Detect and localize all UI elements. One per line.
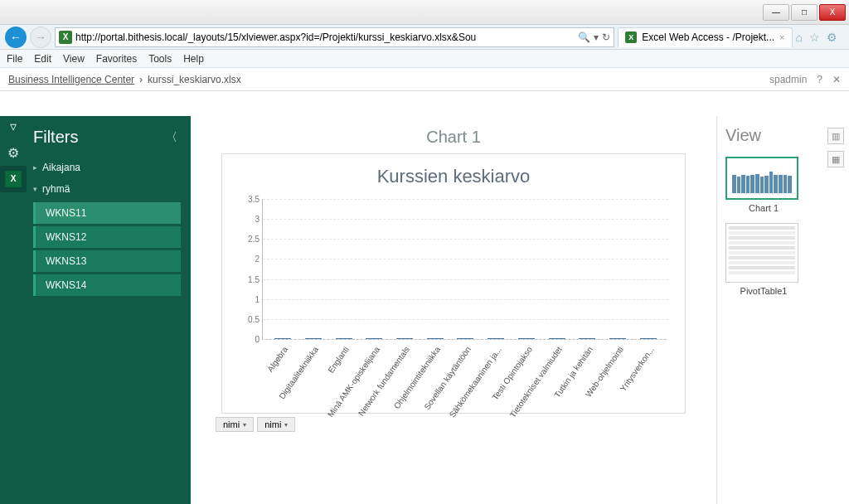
- filter-item-wkns12[interactable]: WKNS12: [33, 226, 181, 248]
- browser-nav-row: ← → X 🔍 ▾ ↻ X Excel Web Access - /Projek…: [0, 25, 849, 50]
- y-tick: 2.5: [240, 235, 260, 244]
- y-tick: 3.5: [240, 195, 260, 204]
- filters-pane: ▿ ⚙ X Filters 〈 Aikajana ryhmä WKNS11 WK…: [0, 116, 191, 504]
- filter-group-label: Aikajana: [42, 162, 80, 173]
- browser-tab[interactable]: X Excel Web Access - /Projekt... ×: [618, 27, 792, 47]
- slicer-button-1[interactable]: nimi: [216, 417, 254, 432]
- settings-gear-icon[interactable]: ⚙: [0, 139, 27, 166]
- window-minimize-button[interactable]: —: [763, 4, 789, 21]
- help-icon[interactable]: ?: [817, 74, 822, 85]
- view-heading: View 〉: [725, 126, 841, 145]
- y-tick: 0: [240, 335, 260, 344]
- menu-view[interactable]: View: [63, 53, 85, 65]
- sharepoint-breadcrumb-bar: Business Intelligence Center › kurssi_ke…: [0, 68, 849, 91]
- chart-plot-area: 00.511.522.533.5: [262, 199, 668, 340]
- view-chart-icon[interactable]: ▥: [827, 128, 844, 144]
- menu-help[interactable]: Help: [183, 53, 204, 65]
- search-dropdown-icon[interactable]: 🔍: [578, 32, 590, 43]
- filter-item-wkns13[interactable]: WKNS13: [33, 250, 181, 272]
- tab-title: Excel Web Access - /Projekt...: [642, 32, 774, 43]
- y-tick: 0.5: [240, 314, 260, 323]
- close-pane-icon[interactable]: ✕: [832, 74, 841, 85]
- url-dropdown-icon[interactable]: ▾: [594, 32, 599, 43]
- filter-item-wkns11[interactable]: WKNS11: [33, 202, 181, 224]
- menu-file[interactable]: File: [7, 53, 22, 65]
- address-bar[interactable]: X 🔍 ▾ ↻: [55, 27, 614, 47]
- home-icon[interactable]: ⌂: [796, 31, 803, 44]
- filters-collapse-icon[interactable]: 〈: [166, 130, 177, 145]
- filter-item-wkns14[interactable]: WKNS14: [33, 274, 181, 296]
- ie-menu-bar: File Edit View Favorites Tools Help: [0, 50, 849, 68]
- filter-group-ryhma[interactable]: ryhmä: [33, 178, 181, 200]
- menu-edit[interactable]: Edit: [34, 53, 51, 65]
- y-tick: 3: [240, 215, 260, 224]
- user-label[interactable]: spadmin: [769, 74, 807, 85]
- breadcrumb-root-link[interactable]: Business Intelligence Center: [8, 74, 134, 85]
- x-label: Englanti: [326, 345, 351, 375]
- window-close-button[interactable]: X: [819, 4, 846, 21]
- breadcrumb: Business Intelligence Center › kurssi_ke…: [8, 74, 241, 85]
- y-tick: 1.5: [240, 274, 260, 284]
- favorites-icon[interactable]: ☆: [809, 31, 820, 44]
- tab-favicon-icon: X: [625, 32, 637, 43]
- window-titlebar: — □ X: [0, 0, 849, 25]
- thumb-pivottable1-label: PivotTable1: [725, 286, 802, 296]
- menu-favorites[interactable]: Favorites: [96, 53, 137, 65]
- thumb-chart1[interactable]: [725, 157, 798, 200]
- slicer-button-2[interactable]: nimi: [257, 417, 295, 432]
- thumb-pivottable1[interactable]: [725, 223, 798, 283]
- chart-title: Kurssien keskiarvo: [239, 166, 668, 187]
- menu-tools[interactable]: Tools: [148, 53, 172, 65]
- filter-group-aikajana[interactable]: Aikajana: [33, 157, 181, 178]
- chart-container: Kurssien keskiarvo 00.511.522.533.5 Alge…: [221, 153, 686, 414]
- excel-favicon-icon: X: [59, 31, 72, 44]
- tools-gear-icon[interactable]: ⚙: [827, 31, 837, 44]
- browser-forward-button[interactable]: →: [30, 27, 51, 48]
- url-input[interactable]: [75, 32, 575, 43]
- breadcrumb-sep: ›: [139, 74, 143, 85]
- filter-funnel-icon[interactable]: ▿: [0, 113, 27, 139]
- chart-canvas: Chart 1 Kurssien keskiarvo 00.511.522.53…: [191, 116, 716, 504]
- section-title: Chart 1: [216, 128, 691, 147]
- filters-heading-label: Filters: [33, 128, 78, 147]
- view-heading-label: View: [725, 126, 761, 145]
- open-in-excel-icon[interactable]: X: [0, 166, 27, 192]
- window-maximize-button[interactable]: □: [791, 4, 817, 21]
- tab-close-icon[interactable]: ×: [779, 32, 784, 42]
- filters-heading: ▿ ⚙ X Filters 〈: [0, 116, 191, 153]
- y-tick: 2: [240, 254, 260, 264]
- filter-group-label: ryhmä: [42, 183, 70, 195]
- view-pane: View 〉 ▥ ▦ Chart 1 PivotTable1: [716, 116, 849, 504]
- x-label: Algebra: [266, 345, 290, 374]
- breadcrumb-file: kurssi_keskiarvo.xlsx: [148, 74, 241, 85]
- view-table-icon[interactable]: ▦: [827, 151, 844, 167]
- thumb-chart1-label: Chart 1: [725, 203, 802, 213]
- browser-back-button[interactable]: ←: [5, 27, 27, 48]
- reload-icon[interactable]: ↻: [602, 32, 610, 43]
- y-tick: 1: [240, 294, 260, 303]
